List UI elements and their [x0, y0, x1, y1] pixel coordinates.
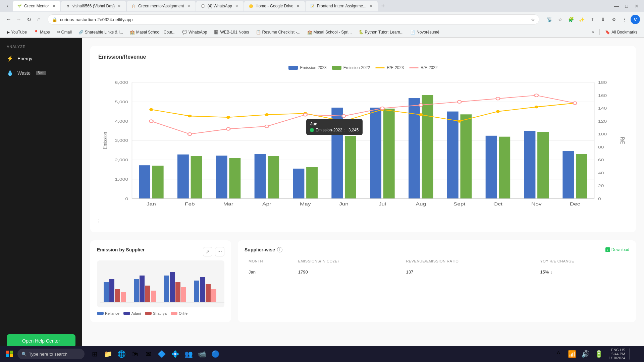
back-button[interactable]: ← [4, 15, 13, 24]
supplier-chart-more-button[interactable]: ⋯ [215, 247, 224, 256]
edge-icon[interactable]: 🔷 [156, 348, 168, 360]
tab-close-button[interactable]: ✕ [51, 3, 56, 9]
browser-tab-tab5[interactable]: 🟡 Home - Google Drive ✕ [244, 1, 305, 11]
bar-2023-9[interactable] [486, 136, 497, 199]
bar-2022-7[interactable] [422, 95, 433, 199]
tab-close-button[interactable]: ✕ [234, 3, 239, 9]
bookmark-item[interactable]: 📄Novorésumé [408, 29, 442, 35]
vscode-icon[interactable]: 💠 [169, 348, 181, 360]
bar-2023-10[interactable] [524, 131, 536, 198]
settings-icon[interactable]: ⚙ [609, 15, 619, 24]
bookmark-item[interactable]: 🔗Shareable Links & I... [76, 29, 126, 35]
bar-2023-3[interactable] [255, 154, 266, 199]
save-icon[interactable]: ⬇ [598, 15, 608, 24]
bar-2022-0[interactable] [152, 166, 164, 198]
task-view-button[interactable]: ⊞ [89, 348, 101, 360]
file-explorer-icon[interactable]: 📁 [102, 348, 114, 360]
profile-button[interactable]: V [631, 15, 640, 24]
battery-icon[interactable]: 🔋 [593, 348, 605, 360]
tab-list-button[interactable]: › [3, 1, 12, 11]
bar-2022-2[interactable] [229, 158, 240, 198]
bookmark-item[interactable]: 🏫Masai School | Cour... [127, 29, 178, 35]
teams-icon[interactable]: 👥 [182, 348, 195, 360]
sidebar-item-energy[interactable]: ⚡ Energy [0, 51, 82, 66]
open-help-center-button[interactable]: Open Help Center [7, 334, 75, 348]
all-bookmarks-button[interactable]: 🔖 All Bookmarks [602, 29, 640, 35]
star-icon[interactable]: ☆ [555, 15, 565, 24]
clock[interactable]: ENG US 5:44 PM 1/10/2024 [606, 348, 628, 360]
bookmark-item[interactable]: 📋Resume Checklist -... [253, 29, 303, 35]
bar-2023-6[interactable] [370, 108, 381, 198]
bar-2022-5[interactable] [345, 136, 356, 198]
bar-2023-4[interactable] [293, 169, 304, 199]
hidden-icons-button[interactable]: ^ [552, 348, 565, 360]
chrome-icon[interactable]: 🔵 [209, 348, 221, 360]
browser-tab-tab4[interactable]: 💬 (4) WhatsApp ✕ [196, 1, 244, 11]
bookmark-item[interactable]: 🐍Python Tutor: Learn... [356, 29, 406, 35]
svg-text:Jun: Jun [339, 202, 348, 206]
forward-button[interactable]: → [14, 15, 23, 24]
bar-2023-0[interactable] [139, 165, 150, 198]
bar-2022-11[interactable] [576, 154, 587, 199]
minimize-button[interactable]: — [612, 1, 621, 11]
bookmark-item[interactable]: ✉Gmail [54, 29, 74, 35]
browser-tab-tab6[interactable]: 📝 Frontend Intern Assignme... ✕ [306, 1, 378, 11]
tab-close-button[interactable]: ✕ [186, 3, 192, 9]
bar-2022-3[interactable] [268, 156, 279, 198]
cast-icon[interactable]: 📡 [545, 15, 554, 24]
svg-text:2,000: 2,000 [115, 158, 128, 162]
new-tab-button[interactable]: + [378, 1, 388, 11]
browser-tab-tab3[interactable]: 📋 Green mentorAssignment ✕ [127, 1, 196, 11]
text-icon[interactable]: T [588, 15, 597, 24]
tab-close-button[interactable]: ✕ [117, 3, 122, 9]
start-button[interactable] [3, 347, 16, 361]
tab-close-button[interactable]: ✕ [296, 3, 301, 9]
svg-text:May: May [300, 202, 311, 206]
bookmark-item[interactable]: 📍Maps [31, 29, 52, 35]
sound-icon[interactable]: 🔊 [579, 348, 591, 360]
supplier-info-icon[interactable]: i [277, 247, 282, 252]
home-button[interactable]: ⌂ [34, 15, 44, 24]
table-cell: Jan [245, 266, 294, 278]
network-icon[interactable]: 📶 [566, 348, 578, 360]
browser-icon[interactable]: 🌐 [115, 348, 127, 360]
bookmark-star-icon[interactable]: ☆ [531, 17, 535, 22]
svg-text:0: 0 [125, 196, 128, 201]
close-button[interactable]: ✕ [632, 1, 641, 11]
bookmark-item[interactable]: ▶YouTube [4, 29, 30, 35]
store-icon[interactable]: 🛍 [129, 348, 141, 360]
bar-2022-4[interactable] [306, 167, 318, 199]
bar-2023-2[interactable] [216, 156, 227, 198]
copilot-icon[interactable]: ✨ [577, 15, 586, 24]
tab-close-button[interactable]: ✕ [368, 3, 374, 9]
bar-2022-8[interactable] [460, 114, 472, 198]
reload-button[interactable]: ↻ [24, 15, 34, 24]
bar-2022-10[interactable] [537, 132, 549, 198]
taskbar-search-box[interactable]: 🔍 Type here to search [17, 349, 85, 359]
bar-2023-11[interactable] [562, 151, 574, 198]
bar-2023-8[interactable] [447, 112, 459, 199]
download-button[interactable]: ↓ Download [605, 247, 629, 252]
bar-2023-1[interactable] [177, 155, 189, 199]
browser-tab-tab1[interactable]: 🌱 Green Mentor ✕ [13, 1, 60, 11]
address-bar[interactable]: 🔒 curious-nasturtium-2e0324.netlify.app … [48, 14, 539, 24]
url-text[interactable]: curious-nasturtium-2e0324.netlify.app [60, 17, 528, 22]
bookmarks-more-button[interactable]: » [589, 29, 597, 35]
restore-button[interactable]: □ [622, 1, 631, 11]
bar-2022-6[interactable] [383, 109, 395, 199]
bookmark-item[interactable]: 📓WEB-101 Notes [211, 29, 252, 35]
bar-2022-9[interactable] [499, 137, 510, 199]
bookmark-item[interactable]: 🏫Masai School - Spri... [305, 29, 355, 35]
show-desktop-button[interactable] [629, 348, 641, 360]
browser-tab-tab2[interactable]: ⚙ vishal6566 (Vishal Das) ✕ [61, 1, 126, 11]
menu-icon[interactable]: ⋮ [620, 15, 629, 24]
extensions-icon[interactable]: 🧩 [566, 15, 576, 24]
bar-2022-1[interactable] [191, 156, 202, 198]
mail-icon[interactable]: ✉ [142, 348, 154, 360]
bookmark-item[interactable]: 💬WhatsApp [179, 29, 210, 35]
svg-text:Dec: Dec [570, 202, 580, 206]
zoom-icon[interactable]: 📹 [196, 348, 208, 360]
expand-supplier-chart-button[interactable]: ↗ [203, 247, 212, 256]
sidebar-item-waste[interactable]: 💧 Waste Beta [0, 66, 82, 80]
bar-2023-5[interactable] [331, 108, 343, 198]
